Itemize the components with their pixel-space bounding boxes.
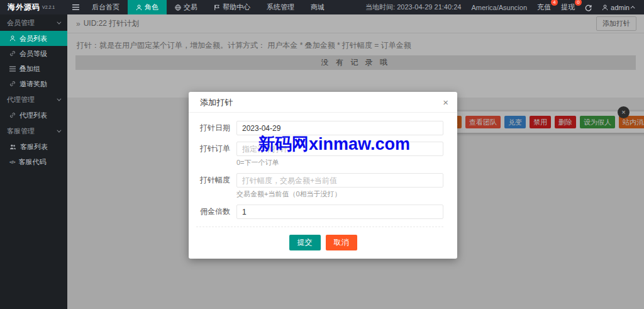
group-label: 会员管理 — [7, 18, 35, 28]
item-label: 客服代码 — [19, 157, 47, 167]
page: 海外源码 V2.2.1 后台首页 角色 交易 — [0, 0, 644, 309]
nav-label: 后台首页 — [92, 3, 119, 12]
withdraw-label: 提现 — [561, 3, 575, 11]
form-row-order: 打针订单 0=下一个订单 — [196, 142, 443, 167]
item-label: 叠加组 — [19, 64, 40, 74]
sidebar-item-service-code[interactable]: </> 客服代码 — [0, 154, 67, 169]
nav-trade[interactable]: 交易 — [167, 0, 206, 14]
injection-amplitude-input[interactable] — [236, 173, 443, 188]
link-icon — [9, 81, 16, 87]
commission-multiplier-input[interactable] — [236, 205, 443, 219]
modal-body: 打针日期 打针订单 0=下一个订单 打针幅度 交易金额+当前值（0相当于没打） — [189, 113, 457, 227]
brand-version: V2.2.1 — [42, 5, 55, 9]
item-label: 会员等级 — [19, 49, 47, 59]
submit-button[interactable]: 提交 — [289, 235, 321, 250]
list-icon — [9, 66, 16, 72]
injection-order-hint: 0=下一个订单 — [236, 159, 443, 167]
modal-title: 添加打针 — [200, 98, 233, 107]
injection-amplitude-hint: 交易金额+当前值（0相当于没打） — [236, 190, 443, 198]
link-icon — [9, 50, 16, 57]
form-row-date: 打针日期 — [196, 121, 443, 135]
recharge-button[interactable]: 充值 4 — [537, 3, 551, 12]
chevron-down-icon — [57, 20, 61, 24]
modal-footer: 提交 取消 — [189, 227, 457, 259]
link-icon — [9, 112, 16, 118]
hamburger-menu-icon[interactable] — [67, 0, 84, 14]
sidebar-item-service-list[interactable]: 客服列表 — [0, 139, 67, 154]
chevron-up-icon — [631, 6, 635, 10]
injection-date-input[interactable] — [236, 121, 443, 135]
topbar-right: 当地时间: 2023-04-29 21:40:24 America/Asunci… — [365, 0, 644, 14]
form-row-commission: 佣金倍数 — [196, 205, 443, 219]
topbar: 海外源码 V2.2.1 后台首页 角色 交易 — [0, 0, 644, 14]
timezone: America/Asuncion — [471, 4, 527, 11]
sidebar-group-member-management[interactable]: 会员管理 — [0, 14, 67, 31]
nav-mall[interactable]: 商城 — [303, 0, 333, 14]
nav-help-center[interactable]: 帮助中心 — [206, 0, 258, 14]
person-icon — [9, 35, 16, 42]
nav-label: 角色 — [145, 3, 158, 12]
recharge-badge: 4 — [551, 0, 558, 6]
sidebar-group-agent-management[interactable]: 代理管理 — [0, 91, 67, 108]
injection-amplitude-label: 打针幅度 — [196, 173, 236, 198]
item-label: 客服列表 — [20, 142, 48, 152]
item-label: 邀请奖励 — [19, 79, 47, 89]
nav-label: 商城 — [311, 3, 325, 12]
cancel-button[interactable]: 取消 — [326, 235, 357, 250]
nav-system-management[interactable]: 系统管理 — [258, 0, 303, 14]
commission-multiplier-label: 佣金倍数 — [196, 205, 236, 219]
chevron-down-icon — [57, 96, 61, 101]
item-label: 代理列表 — [19, 111, 47, 120]
nav-roles[interactable]: 角色 — [128, 0, 167, 14]
add-injection-modal: 添加打针 × 打针日期 打针订单 0=下一个订单 打针幅度 — [189, 92, 457, 259]
injection-date-label: 打针日期 — [196, 121, 236, 135]
withdraw-button[interactable]: 提现 0 — [561, 3, 575, 12]
withdraw-badge: 0 — [575, 0, 582, 6]
people-icon — [9, 143, 16, 150]
brand-name: 海外源码 — [8, 2, 40, 13]
sidebar-item-stack-group[interactable]: 叠加组 — [0, 61, 67, 76]
nav-label: 系统管理 — [267, 3, 294, 12]
user-icon — [602, 4, 608, 11]
flag-icon — [214, 4, 220, 11]
group-label: 代理管理 — [7, 95, 35, 104]
hamburger-icon — [72, 4, 79, 10]
recharge-label: 充值 — [537, 3, 551, 11]
injection-order-label: 打针订单 — [196, 142, 236, 167]
brand-logo: 海外源码 V2.2.1 — [0, 0, 67, 14]
user-menu[interactable]: admin — [602, 4, 635, 11]
refresh-icon — [585, 4, 592, 11]
sidebar-group-service-management[interactable]: 客服管理 — [0, 123, 67, 139]
item-label: 会员列表 — [19, 34, 47, 43]
globe-icon — [175, 4, 181, 11]
sidebar-item-agent-list[interactable]: 代理列表 — [0, 108, 67, 123]
sidebar-item-member-level[interactable]: 会员等级 — [0, 46, 67, 61]
modal-header: 添加打针 × — [189, 92, 457, 113]
group-label: 客服管理 — [7, 126, 35, 136]
nav-label: 帮助中心 — [223, 3, 250, 12]
form-row-amplitude: 打针幅度 交易金额+当前值（0相当于没打） — [196, 173, 443, 198]
chevron-down-icon — [57, 128, 61, 132]
nav-label: 交易 — [184, 3, 197, 12]
refresh-button[interactable] — [585, 3, 592, 11]
person-icon — [136, 4, 142, 11]
sidebar: 会员管理 会员列表 会员等级 叠加组 — [0, 14, 67, 309]
sidebar-item-member-list[interactable]: 会员列表 — [0, 31, 67, 46]
local-time: 当地时间: 2023-04-29 21:40:24 — [365, 3, 461, 12]
injection-order-input[interactable] — [236, 142, 443, 156]
username: admin — [611, 4, 630, 11]
code-icon: </> — [9, 159, 15, 165]
sidebar-item-invite-reward[interactable]: 邀请奖励 — [0, 76, 67, 91]
modal-close-icon[interactable]: × — [443, 92, 448, 113]
nav-dashboard[interactable]: 后台首页 — [84, 0, 128, 14]
